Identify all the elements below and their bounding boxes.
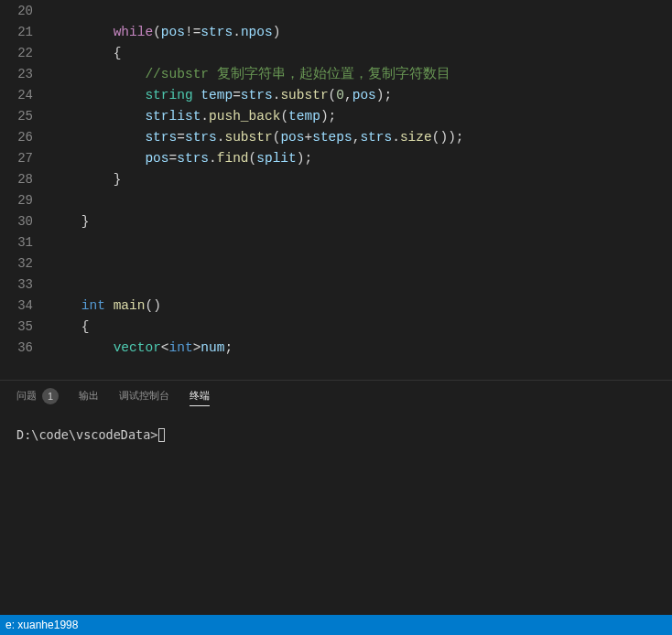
code-line[interactable]: while(pos!=strs.npos) [49,22,672,43]
line-number: 24 [0,85,49,106]
line-number: 35 [0,317,49,338]
line-number: 25 [0,106,49,127]
code-line[interactable] [49,274,672,296]
line-number: 27 [0,148,49,169]
line-number: 21 [0,22,49,43]
terminal-cursor [158,428,165,442]
code-line[interactable]: pos=strs.find(split); [49,148,672,169]
code-editor[interactable]: 2021222324252627282930313233343536 while… [0,0,672,380]
code-line[interactable] [49,253,672,274]
code-line[interactable] [49,190,672,211]
statusbar-left-text: e: xuanhe1998 [5,619,78,631]
problems-count-badge: 1 [42,388,59,404]
line-number: 22 [0,43,49,64]
code-line[interactable] [49,1,672,22]
tab-output[interactable]: 输出 [79,381,99,411]
tab-terminal[interactable]: 终端 [190,381,210,411]
code-line[interactable]: string temp=strs.substr(0,pos); [49,85,672,106]
terminal-body[interactable]: D:\code\vscodeData> [0,411,672,615]
line-number: 34 [0,296,49,317]
line-number: 29 [0,190,49,211]
line-number: 31 [0,232,49,253]
status-bar: e: xuanhe1998 [0,615,672,635]
code-line[interactable] [49,232,672,253]
line-number: 28 [0,169,49,190]
editor-left-strip [0,0,2,380]
line-number: 33 [0,274,49,296]
line-number: 26 [0,127,49,148]
line-number-gutter: 2021222324252627282930313233343536 [0,0,49,380]
code-content[interactable]: while(pos!=strs.npos) { //substr 复制字符串，起… [49,0,672,380]
bottom-panel: 问题 1 输出 调试控制台 终端 D:\code\vscodeData> [0,380,672,615]
code-line[interactable]: strlist.push_back(temp); [49,106,672,127]
code-line[interactable]: strs=strs.substr(pos+steps,strs.size()); [49,127,672,148]
code-line[interactable]: } [49,169,672,190]
code-line[interactable]: } [49,211,672,232]
line-number: 30 [0,211,49,232]
panel-tabs: 问题 1 输出 调试控制台 终端 [0,381,672,411]
code-line[interactable]: int main() [49,296,672,317]
line-number: 23 [0,64,49,85]
terminal-line: D:\code\vscodeData> [16,427,656,442]
code-line[interactable]: vector<int>num; [49,338,672,359]
line-number: 20 [0,1,49,22]
code-line[interactable]: { [49,43,672,64]
tab-problems-label: 问题 [16,389,37,403]
tab-problems[interactable]: 问题 1 [16,381,59,411]
tab-output-label: 输出 [79,389,99,403]
tab-debug-console[interactable]: 调试控制台 [119,381,169,411]
tab-debug-console-label: 调试控制台 [119,389,169,403]
code-line[interactable]: //substr 复制字符串，起始位置，复制字符数目 [49,64,672,85]
code-line[interactable]: { [49,317,672,338]
line-number: 32 [0,253,49,274]
line-number: 36 [0,338,49,359]
statusbar-left-item[interactable]: e: xuanhe1998 [2,619,81,631]
editor-scrollbar[interactable] [660,0,672,380]
terminal-prompt: D:\code\vscodeData> [16,427,157,442]
tab-terminal-label: 终端 [190,389,210,403]
